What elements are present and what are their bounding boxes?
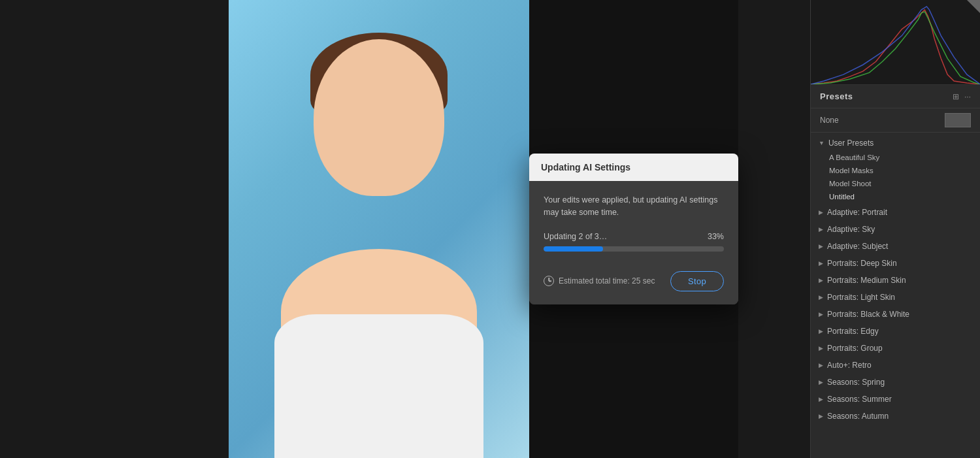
portraits-medium-skin-section: ▶ Portraits: Medium Skin [811, 272, 980, 288]
section-arrow: ▶ [819, 345, 823, 352]
section-arrow: ▶ [819, 226, 823, 233]
section-arrow: ▶ [819, 243, 823, 250]
section-arrow: ▶ [819, 294, 823, 301]
section-label: Portraits: Group [827, 344, 883, 353]
left-panel [0, 0, 229, 458]
user-presets-section: ▼ User Presets A Beautiful Sky Model Mas… [811, 135, 980, 203]
section-label: Portraits: Medium Skin [827, 276, 906, 285]
section-arrow: ▶ [819, 379, 823, 385]
dialog-footer: Estimated total time: 25 sec Stop [544, 263, 724, 291]
seasons-spring-header[interactable]: ▶ Seasons: Spring [811, 374, 980, 390]
section-arrow: ▶ [819, 396, 823, 402]
user-presets-header[interactable]: ▼ User Presets [811, 135, 980, 151]
section-label: Portraits: Light Skin [827, 293, 895, 302]
dialog-box: Updating AI Settings Your edits were app… [529, 154, 738, 304]
section-label: Adaptive: Subject [827, 242, 888, 251]
section-label: Seasons: Summer [827, 395, 892, 404]
seasons-autumn-section: ▶ Seasons: Autumn [811, 408, 980, 424]
section-arrow: ▶ [819, 362, 823, 368]
section-label: Seasons: Spring [827, 378, 885, 387]
adaptive-portrait-section: ▶ Adaptive: Portrait [811, 204, 980, 220]
adaptive-subject-section: ▶ Adaptive: Subject [811, 238, 980, 254]
estimated-time: Estimated total time: 25 sec [544, 276, 655, 286]
histogram-area [811, 0, 980, 85]
presets-title: Presets [820, 91, 853, 101]
svg-rect-0 [811, 0, 980, 84]
portrait-figure [229, 0, 529, 458]
photo-right-dark: Updating AI Settings Your edits were app… [529, 0, 738, 458]
seasons-autumn-header[interactable]: ▶ Seasons: Autumn [811, 408, 980, 424]
none-row[interactable]: None [811, 108, 980, 133]
user-presets-arrow: ▼ [819, 140, 825, 146]
estimated-time-label: Estimated total time: 25 sec [559, 276, 655, 286]
presets-more-icon[interactable]: ··· [964, 92, 971, 101]
section-arrow: ▶ [819, 413, 823, 419]
progress-percentage: 33% [708, 232, 724, 241]
adaptive-sky-section: ▶ Adaptive: Sky [811, 221, 980, 237]
none-thumbnail [945, 113, 971, 127]
portraits-edgy-header[interactable]: ▶ Portraits: Edgy [811, 323, 980, 339]
presets-header: Presets ⊞ ··· [811, 85, 980, 108]
portraits-deep-skin-section: ▶ Portraits: Deep Skin [811, 255, 980, 271]
adaptive-subject-header[interactable]: ▶ Adaptive: Subject [811, 238, 980, 254]
histogram-chart [811, 0, 980, 84]
section-label: Portraits: Edgy [827, 327, 879, 336]
portraits-group-section: ▶ Portraits: Group [811, 340, 980, 356]
section-label: Adaptive: Sky [827, 225, 875, 234]
section-arrow: ▶ [819, 260, 823, 267]
progress-section: Updating 2 of 3… 33% [544, 232, 724, 252]
histogram-clipping-indicator [967, 0, 980, 13]
center-zone: Updating AI Settings Your edits were app… [229, 0, 810, 458]
portraits-light-skin-section: ▶ Portraits: Light Skin [811, 289, 980, 305]
stop-button[interactable]: Stop [670, 271, 724, 291]
dialog-description: Your edits were applied, but updating AI… [544, 194, 724, 219]
section-arrow: ▶ [819, 328, 823, 335]
auto-retro-header[interactable]: ▶ Auto+: Retro [811, 357, 980, 373]
section-arrow: ▶ [819, 277, 823, 284]
dialog-body: Your edits were applied, but updating AI… [529, 181, 738, 304]
progress-label-row: Updating 2 of 3… 33% [544, 232, 724, 241]
portraits-medium-skin-header[interactable]: ▶ Portraits: Medium Skin [811, 272, 980, 288]
figure-shirt [274, 314, 483, 458]
auto-retro-section: ▶ Auto+: Retro [811, 357, 980, 373]
portraits-bw-header[interactable]: ▶ Portraits: Black & White [811, 306, 980, 322]
section-label: Portraits: Deep Skin [827, 259, 897, 268]
none-label: None [820, 116, 839, 125]
list-item[interactable]: Model Masks [811, 164, 980, 177]
section-label: Seasons: Autumn [827, 412, 889, 421]
section-arrow: ▶ [819, 311, 823, 318]
dialog-title-bar: Updating AI Settings [529, 154, 738, 181]
figure-head [314, 39, 444, 196]
section-arrow: ▶ [819, 209, 823, 216]
preset-list[interactable]: ▼ User Presets A Beautiful Sky Model Mas… [811, 133, 980, 458]
section-label: Adaptive: Portrait [827, 208, 887, 217]
dialog-title: Updating AI Settings [541, 162, 630, 172]
clock-icon [544, 276, 554, 286]
adaptive-sky-header[interactable]: ▶ Adaptive: Sky [811, 221, 980, 237]
list-item[interactable]: A Beautiful Sky [811, 151, 980, 164]
list-item[interactable]: Untitled [811, 190, 980, 203]
progress-label: Updating 2 of 3… [544, 232, 607, 241]
portraits-edgy-section: ▶ Portraits: Edgy [811, 323, 980, 339]
progress-track [544, 246, 724, 252]
right-panel: Presets ⊞ ··· None ▼ User Presets A Beau… [810, 0, 980, 458]
seasons-summer-header[interactable]: ▶ Seasons: Summer [811, 391, 980, 407]
user-presets-label: User Presets [828, 139, 874, 148]
section-label: Portraits: Black & White [827, 310, 909, 319]
portraits-group-header[interactable]: ▶ Portraits: Group [811, 340, 980, 356]
seasons-summer-section: ▶ Seasons: Summer [811, 391, 980, 407]
adaptive-portrait-header[interactable]: ▶ Adaptive: Portrait [811, 204, 980, 220]
portraits-deep-skin-header[interactable]: ▶ Portraits: Deep Skin [811, 255, 980, 271]
portraits-bw-section: ▶ Portraits: Black & White [811, 306, 980, 322]
progress-fill [544, 246, 603, 252]
presets-grid-icon[interactable]: ⊞ [953, 92, 959, 101]
modal-overlay: Updating AI Settings Your edits were app… [529, 0, 738, 458]
photo-container [229, 0, 529, 458]
presets-header-icons: ⊞ ··· [953, 92, 971, 101]
portraits-light-skin-header[interactable]: ▶ Portraits: Light Skin [811, 289, 980, 305]
list-item[interactable]: Model Shoot [811, 177, 980, 190]
seasons-spring-section: ▶ Seasons: Spring [811, 374, 980, 390]
section-label: Auto+: Retro [827, 361, 872, 370]
